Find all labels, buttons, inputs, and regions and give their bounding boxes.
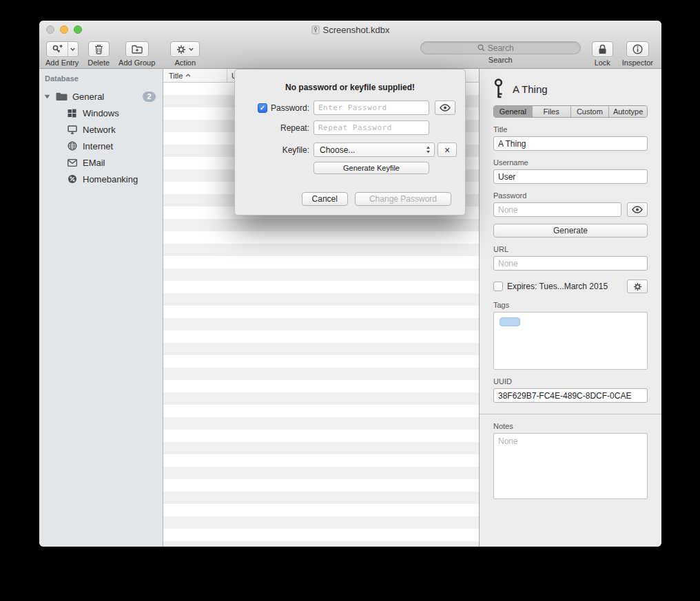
sidebar-item-label: Internet [83,141,113,151]
minimize-button[interactable] [60,25,68,34]
generate-button[interactable]: Generate [493,224,648,238]
title-field[interactable] [493,136,648,151]
column-header-title[interactable]: Title [163,72,227,80]
username-field[interactable] [493,169,648,184]
inspector-button[interactable] [626,41,649,57]
tab-files[interactable]: Files [533,106,571,117]
sidebar-item-label: EMail [83,158,105,168]
clear-keyfile-button[interactable]: × [438,143,457,157]
sidebar-item-label: Windows [83,108,119,118]
generate-keyfile-button[interactable]: Generate Keyfile [313,162,429,174]
desktop: Screenshot.kdbx Add Entry [0,0,700,601]
change-password-button[interactable]: Change Password [355,192,451,206]
disclosure-triangle-icon[interactable] [44,94,51,99]
sidebar-section-header: Database [39,74,163,88]
inspector-tabs: General Files Custom Autotype [493,105,648,118]
info-icon [632,44,643,54]
popup-stepper-icon [426,146,431,154]
key-plus-icon [47,42,68,56]
delete-group: Delete [88,41,110,67]
notes-field[interactable] [493,433,648,499]
username-label: Username [493,158,648,167]
expires-settings-button[interactable] [627,280,648,293]
close-button[interactable] [46,25,54,34]
tags-box[interactable] [493,312,648,370]
keyfile-popup[interactable]: Choose... [313,143,435,157]
entry-title: A Thing [513,83,548,95]
lock-button[interactable] [592,41,613,57]
sidebar-item-internet[interactable]: Internet [39,138,163,154]
reveal-password-button[interactable] [627,202,648,217]
url-field[interactable] [493,256,648,271]
key-icon [493,78,504,99]
notes-label: Notes [493,422,648,430]
title-label: Title [493,125,648,134]
sidebar-item-label: Homebanking [83,174,138,184]
sidebar-item-label: Network [83,125,116,135]
add-entry-dropdown[interactable] [68,42,78,56]
tab-general[interactable]: General [494,106,533,117]
password-checkbox[interactable]: ✓ [258,103,267,113]
sidebar-item-email[interactable]: EMail [39,154,163,171]
add-group-label: Add Group [119,59,155,67]
inspector-divider [480,414,661,414]
dialog-message: No password or keyfile supplied! [235,83,465,92]
add-entry-button[interactable] [46,41,79,57]
cancel-button[interactable]: Cancel [302,192,348,206]
expires-label: Expires: Tues...March 2015 [507,282,608,291]
uuid-label: UUID [493,377,648,386]
eye-icon [632,206,643,213]
inspector-panel: A Thing General Files Custom Autotype Ti… [479,69,661,547]
password-field[interactable] [493,202,621,217]
sidebar-group-general[interactable]: General 2 [39,88,163,105]
expires-row: Expires: Tues...March 2015 [493,280,648,293]
add-group-button[interactable] [125,41,149,57]
expires-checkbox[interactable] [493,282,503,291]
inspector-header: A Thing [493,78,648,99]
repeat-password-field[interactable] [313,120,429,135]
dialog-keyfile-label: Keyfile: [282,145,309,155]
delete-button[interactable] [88,41,110,57]
padlock-icon [598,44,607,54]
gear-icon [633,282,642,291]
delete-label: Delete [88,59,110,67]
windows-icon [66,109,78,118]
window-title: Screenshot.kdbx [323,25,390,35]
password-label: Password [493,191,648,200]
repeat-row: Repeat: [249,120,465,135]
sidebar-item-network[interactable]: Network [39,121,163,138]
tab-custom[interactable]: Custom [571,106,610,117]
tag-chip[interactable] [500,317,520,326]
action-button[interactable] [170,41,200,57]
search-input[interactable] [488,43,524,53]
search-field[interactable] [420,41,581,54]
search-group: Search [420,41,581,64]
sidebar-item-windows[interactable]: Windows [39,105,163,121]
trash-icon [94,44,103,54]
titlebar[interactable]: Screenshot.kdbx [39,21,661,39]
change-password-dialog: No password or keyfile supplied! ✓ Passw… [234,69,466,215]
password-row: ✓ Password: [249,101,465,115]
keyfile-popup-value: Choose... [320,145,355,155]
add-entry-group: Add Entry [45,41,79,67]
search-icon [477,44,485,52]
zoom-button[interactable] [74,25,82,34]
window-title-area: Screenshot.kdbx [39,21,661,39]
entry-count-badge: 2 [143,92,156,102]
enter-password-field[interactable] [313,101,429,115]
sidebar-group-label: General [72,92,104,102]
percent-coin-icon [66,174,78,184]
lock-label: Lock [595,59,610,67]
folder-plus-icon [132,45,143,54]
chevron-down-icon [70,48,75,51]
url-label: URL [493,245,648,253]
sidebar-item-homebanking[interactable]: Homebanking [39,171,163,187]
dialog-buttons: Cancel Change Password [302,192,451,206]
dialog-reveal-password-button[interactable] [435,101,455,115]
tab-autotype[interactable]: Autotype [609,106,647,117]
uuid-field[interactable] [493,388,648,403]
traffic-lights [46,25,82,34]
document-proxy-icon [311,25,320,34]
eye-icon [440,104,451,112]
x-icon: × [444,145,450,156]
